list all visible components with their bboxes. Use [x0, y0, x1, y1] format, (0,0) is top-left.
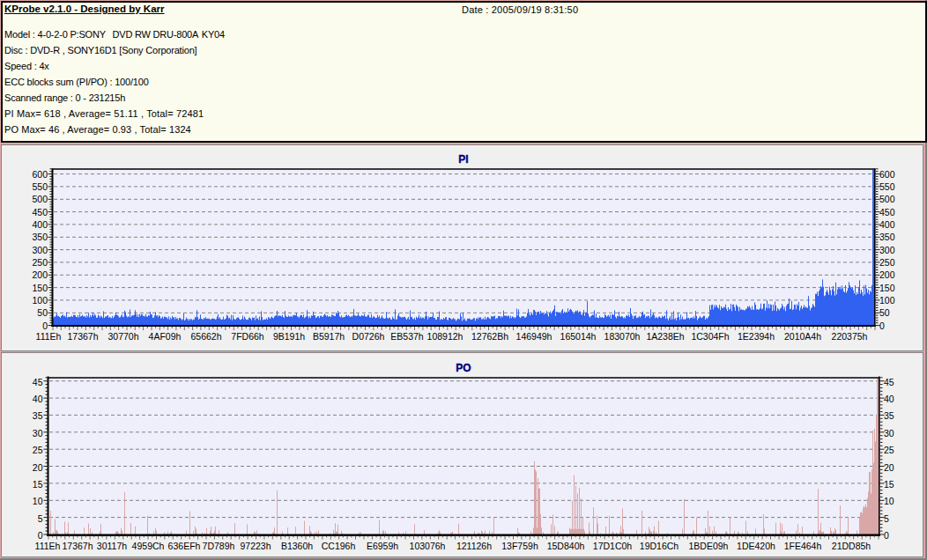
svg-text:146949h: 146949h [516, 331, 552, 342]
svg-text:183070h: 183070h [604, 331, 641, 342]
svg-text:200: 200 [32, 269, 48, 280]
svg-text:15: 15 [33, 479, 43, 490]
svg-text:20: 20 [33, 462, 43, 473]
svg-text:2010A4h: 2010A4h [784, 331, 821, 342]
svg-text:1E2394h: 1E2394h [738, 331, 775, 342]
svg-text:0: 0 [42, 321, 48, 331]
svg-text:300: 300 [879, 245, 895, 255]
svg-text:40: 40 [884, 394, 894, 404]
svg-text:200: 200 [879, 269, 895, 280]
svg-text:5: 5 [884, 513, 889, 524]
svg-text:0: 0 [38, 530, 43, 541]
svg-text:636EFh: 636EFh [168, 541, 201, 551]
svg-text:15: 15 [884, 479, 894, 490]
svg-text:40: 40 [33, 394, 43, 404]
svg-text:E6959h: E6959h [367, 541, 398, 551]
svg-text:300: 300 [32, 245, 48, 255]
svg-text:4AF09h: 4AF09h [149, 331, 182, 342]
svg-text:600: 600 [32, 169, 48, 180]
svg-text:13F759h: 13F759h [501, 541, 538, 551]
svg-text:B1360h: B1360h [281, 541, 313, 551]
svg-text:B5917h: B5917h [313, 331, 345, 342]
svg-text:121126h: 121126h [456, 541, 492, 551]
svg-text:550: 550 [32, 181, 48, 192]
svg-text:35: 35 [884, 410, 894, 421]
svg-text:17367h: 17367h [62, 541, 93, 551]
svg-text:PI: PI [458, 153, 468, 166]
svg-text:PO: PO [456, 362, 471, 374]
svg-text:500: 500 [32, 194, 48, 204]
svg-text:7FD66h: 7FD66h [231, 331, 264, 342]
svg-text:7D789h: 7D789h [203, 541, 235, 551]
svg-text:10: 10 [884, 496, 894, 506]
svg-text:1A238Eh: 1A238Eh [646, 331, 684, 342]
svg-text:450: 450 [32, 207, 48, 217]
svg-text:220375h: 220375h [832, 331, 868, 342]
svg-text:4959Ch: 4959Ch [132, 541, 165, 551]
svg-text:45: 45 [33, 377, 43, 387]
svg-text:400: 400 [32, 219, 48, 230]
svg-text:35: 35 [33, 410, 43, 421]
svg-text:108912h: 108912h [427, 331, 464, 342]
svg-text:25: 25 [884, 445, 894, 455]
svg-text:5: 5 [38, 513, 43, 524]
svg-text:50: 50 [37, 307, 48, 318]
svg-text:111Eh: 111Eh [35, 541, 61, 551]
svg-text:D0726h: D0726h [352, 331, 385, 342]
svg-text:9B191h: 9B191h [273, 331, 305, 342]
svg-text:1DE420h: 1DE420h [737, 541, 775, 551]
svg-text:550: 550 [879, 181, 895, 192]
svg-text:111Eh: 111Eh [36, 331, 62, 342]
svg-text:350: 350 [32, 232, 48, 242]
svg-text:10: 10 [33, 496, 43, 506]
svg-text:97223h: 97223h [240, 541, 271, 551]
svg-text:30117h: 30117h [97, 541, 127, 551]
svg-text:EB537h: EB537h [390, 331, 424, 342]
svg-text:103076h: 103076h [410, 541, 446, 551]
svg-text:1FE464h: 1FE464h [784, 541, 822, 551]
svg-text:250: 250 [879, 257, 895, 268]
svg-text:65662h: 65662h [190, 331, 221, 342]
svg-text:1C304Fh: 1C304Fh [691, 331, 729, 342]
svg-text:150: 150 [32, 283, 48, 293]
svg-text:100: 100 [879, 295, 895, 306]
svg-text:0: 0 [884, 530, 889, 541]
svg-text:50: 50 [879, 307, 890, 318]
svg-text:500: 500 [879, 194, 895, 204]
svg-text:250: 250 [32, 257, 48, 268]
svg-text:20: 20 [884, 462, 894, 473]
svg-text:400: 400 [879, 219, 895, 230]
svg-text:45: 45 [884, 377, 894, 387]
svg-text:21DD85h: 21DD85h [832, 541, 871, 551]
svg-text:15D840h: 15D840h [547, 541, 585, 551]
svg-text:30: 30 [884, 428, 894, 438]
svg-text:CC196h: CC196h [322, 541, 356, 551]
svg-text:30: 30 [33, 428, 43, 438]
svg-text:19D16Ch: 19D16Ch [640, 541, 679, 551]
svg-text:0: 0 [879, 321, 885, 331]
svg-text:350: 350 [879, 232, 895, 242]
svg-text:17D1C0h: 17D1C0h [593, 541, 633, 551]
svg-text:165014h: 165014h [560, 331, 597, 342]
svg-text:17367h: 17367h [67, 331, 98, 342]
svg-text:150: 150 [879, 283, 895, 293]
svg-text:1BDE09h: 1BDE09h [689, 541, 729, 551]
svg-text:600: 600 [879, 169, 895, 180]
svg-text:30770h: 30770h [108, 331, 138, 342]
svg-text:12762Bh: 12762Bh [471, 331, 508, 342]
svg-text:100: 100 [32, 295, 48, 306]
svg-text:450: 450 [879, 207, 895, 217]
svg-text:25: 25 [33, 445, 43, 455]
